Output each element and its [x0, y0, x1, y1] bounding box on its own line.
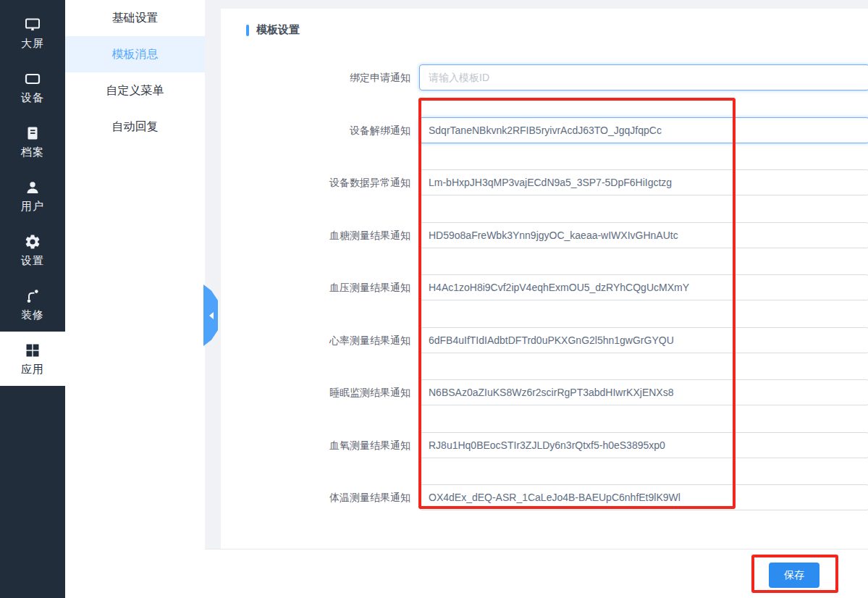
template-id-input[interactable] — [419, 484, 868, 510]
user-icon — [24, 179, 41, 196]
field-label: 睡眠监测结果通知 — [221, 379, 410, 405]
template-id-input[interactable] — [419, 169, 868, 195]
section-accent-bar — [246, 25, 249, 36]
form-row: 绑定申请通知 — [221, 64, 868, 90]
sidebar-item-monitor[interactable]: 大屏 — [0, 6, 65, 60]
template-id-input[interactable] — [419, 222, 868, 248]
template-id-input[interactable] — [419, 432, 868, 458]
sidebar-item-label: 装修 — [21, 308, 44, 322]
template-id-input[interactable] — [419, 117, 868, 143]
sidebar-item-branch[interactable]: 装修 — [0, 277, 65, 332]
template-id-input[interactable] — [419, 379, 868, 405]
field-label: 血压测量结果通知 — [221, 274, 410, 300]
device-icon — [24, 70, 41, 88]
chevron-left-icon — [209, 312, 214, 319]
windows-icon — [24, 342, 41, 359]
sidebar-item-user[interactable]: 用户 — [0, 169, 65, 223]
field-label: 设备解绑通知 — [221, 117, 410, 143]
field-label: 血氧测量结果通知 — [221, 432, 410, 458]
section-title: 模板设置 — [256, 23, 300, 37]
branch-icon — [24, 287, 41, 305]
gear-icon — [24, 233, 41, 250]
form-row: 血氧测量结果通知 — [221, 432, 868, 458]
form-row: 设备数据异常通知 — [221, 169, 868, 195]
form-row: 血压测量结果通知 — [221, 274, 868, 300]
submenu-item[interactable]: 模板消息 — [65, 36, 205, 72]
sidebar-item-label: 用户 — [21, 200, 44, 214]
sidebar-item-device[interactable]: 设备 — [0, 60, 65, 114]
monitor-icon — [24, 16, 41, 33]
app-screen: 大屏设备档案用户设置装修应用 基础设置模板消息自定义菜单自动回复 模板设置 绑定… — [0, 0, 868, 598]
template-id-input[interactable] — [419, 274, 868, 300]
field-label: 绑定申请通知 — [221, 64, 410, 90]
form-row: 体温测量结果通知 — [221, 484, 868, 510]
primary-sidebar: 大屏设备档案用户设置装修应用 — [0, 0, 65, 598]
sidebar-item-windows[interactable]: 应用 — [0, 332, 65, 386]
sidebar-item-archive[interactable]: 档案 — [0, 114, 65, 169]
template-form: 绑定申请通知设备解绑通知设备数据异常通知血糖测量结果通知血压测量结果通知心率测量… — [221, 64, 868, 549]
field-label: 血糖测量结果通知 — [221, 222, 410, 248]
sidebar-item-label: 大屏 — [21, 37, 44, 51]
section-header: 模板设置 — [246, 23, 300, 37]
archive-icon — [24, 125, 41, 142]
sidebar-item-label: 设置 — [21, 254, 44, 268]
field-label: 心率测量结果通知 — [221, 327, 410, 353]
template-id-input[interactable] — [419, 64, 868, 90]
save-button[interactable]: 保存 — [769, 563, 819, 588]
sidebar-item-label: 应用 — [21, 363, 44, 376]
form-row: 血糖测量结果通知 — [221, 222, 868, 248]
field-label: 设备数据异常通知 — [221, 169, 410, 195]
form-row: 设备解绑通知 — [221, 117, 868, 143]
template-settings-card: 模板设置 绑定申请通知设备解绑通知设备数据异常通知血糖测量结果通知血压测量结果通… — [221, 9, 868, 549]
sidebar-item-label: 档案 — [21, 146, 44, 159]
sidebar-item-label: 设备 — [21, 91, 44, 105]
submenu-item[interactable]: 自动回复 — [65, 109, 205, 145]
submenu-item[interactable]: 基础设置 — [65, 0, 205, 36]
sidebar-item-gear[interactable]: 设置 — [0, 223, 65, 277]
template-id-input[interactable] — [419, 327, 868, 353]
field-label: 体温测量结果通知 — [221, 484, 410, 510]
submenu-item[interactable]: 自定义菜单 — [65, 72, 205, 109]
form-row: 心率测量结果通知 — [221, 327, 868, 353]
settings-submenu: 基础设置模板消息自定义菜单自动回复 — [65, 0, 205, 598]
form-row: 睡眠监测结果通知 — [221, 379, 868, 405]
